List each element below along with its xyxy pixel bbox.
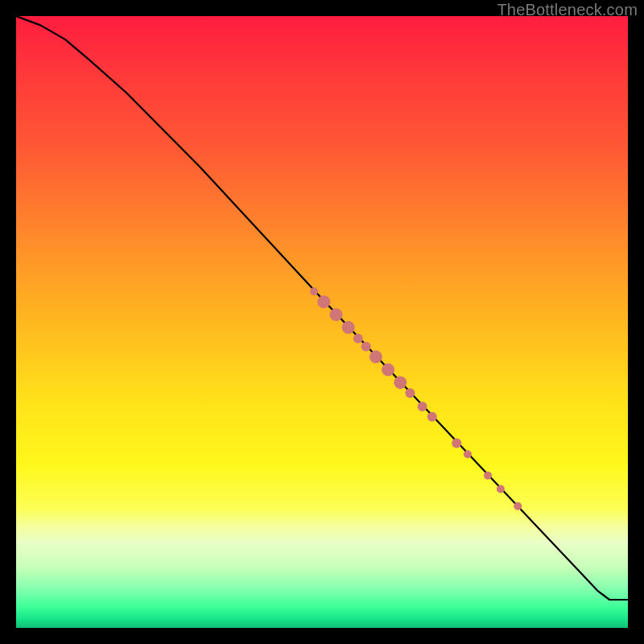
chart-plot-area <box>16 16 628 628</box>
chart-marker-dot <box>497 485 505 493</box>
chart-marker-dot <box>427 412 437 422</box>
chart-marker-dot <box>353 334 363 344</box>
chart-marker-dot <box>418 402 427 411</box>
chart-marker-dot <box>330 308 343 321</box>
chart-marker-dot <box>369 350 382 363</box>
watermark-text: TheBottleneck.com <box>497 1 638 19</box>
chart-marker-dot <box>361 341 371 351</box>
chart-marker-dot <box>342 321 355 334</box>
chart-stage: TheBottleneck.com <box>0 0 644 644</box>
chart-svg <box>16 16 628 628</box>
chart-marker-dot <box>452 439 461 448</box>
chart-marker-dot <box>394 376 407 389</box>
chart-marker-dot <box>310 287 318 295</box>
chart-marker-dot <box>317 295 330 308</box>
chart-marker-dot <box>484 472 492 480</box>
chart-marker-dot <box>514 502 522 510</box>
chart-marker-dot <box>382 363 394 376</box>
chart-marker-dot <box>464 450 472 458</box>
chart-marker-dot <box>405 388 415 398</box>
